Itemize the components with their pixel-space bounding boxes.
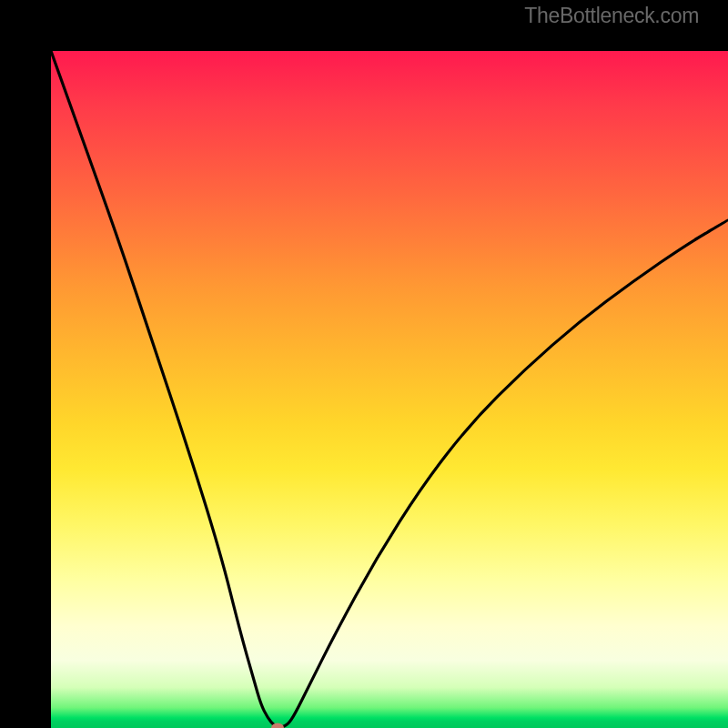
optimum-marker — [271, 723, 284, 729]
bottleneck-curve — [51, 51, 728, 728]
plot-area — [51, 51, 728, 728]
watermark-text: TheBottleneck.com — [524, 4, 699, 28]
chart-frame — [0, 0, 728, 728]
